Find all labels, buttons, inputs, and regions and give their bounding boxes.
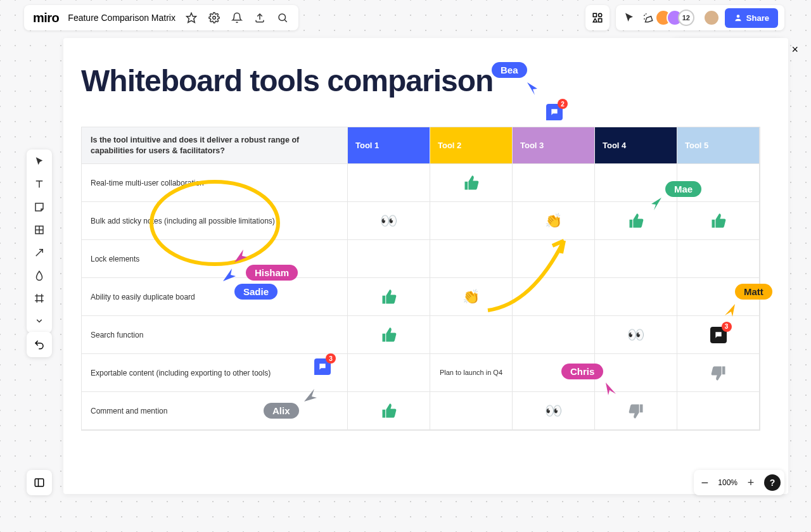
col-header-tool1: Tool 1 [348,127,430,163]
present-cluster: 12 Share [616,5,784,30]
left-toolbar [27,149,52,333]
svg-line-4 [284,20,286,22]
top-toolbar: miro Feature Comparison Matrix [24,5,298,30]
svg-marker-7 [593,19,597,22]
matrix-question: Is the tool intuitive and does it delive… [82,127,348,163]
zoom-in-button[interactable]: + [744,476,758,490]
row-label: Search function [82,316,348,353]
comment-icon[interactable]: 3 [314,358,331,375]
eyes-icon: 👀 [380,213,397,229]
undo-button[interactable] [27,332,52,357]
close-icon[interactable]: × [791,43,798,56]
thumbs-down-icon [627,402,645,420]
export-icon[interactable] [253,11,267,25]
comment-icon[interactable]: 3 [710,327,727,343]
svg-point-3 [279,14,286,21]
search-icon[interactable] [276,11,290,25]
cursor-tag-alix: Alix [264,403,299,419]
thumbs-up-icon [380,326,398,344]
frame-tool-icon[interactable] [32,291,46,305]
board-title: Whiteboard tools comparison [81,63,493,98]
row-label: Bulk add sticky notes (including all pos… [82,202,348,239]
sticky-tool-icon[interactable] [32,200,46,214]
comment-count-badge: 3 [722,322,732,332]
zoom-level[interactable]: 100% [718,478,738,487]
bell-icon[interactable] [230,11,244,25]
col-header-tool2: Tool 2 [430,127,513,163]
eyes-icon: 👀 [627,327,644,343]
col-header-tool5: Tool 5 [677,127,760,163]
cursor-icon[interactable] [622,11,636,25]
settings-icon[interactable] [207,11,221,25]
row-label: Lock elements [82,240,348,277]
svg-rect-5 [593,13,596,16]
thumbs-up-icon [380,288,398,306]
cursor-tag-mae: Mae [665,181,701,197]
row-label: Comment and mention [82,392,348,429]
arrow-tool-icon[interactable] [32,246,46,260]
col-header-tool3: Tool 3 [513,127,595,163]
cursor-tag-bea: Bea [492,62,527,78]
thumbs-up-icon [463,174,480,192]
logo: miro [33,11,59,25]
svg-rect-22 [35,479,44,486]
thumbs-down-icon [710,364,727,382]
svg-point-1 [213,16,216,20]
cursor-tag-chris: Chris [561,364,603,379]
thumbs-up-icon [380,402,398,420]
share-button[interactable]: Share [725,8,778,28]
collaborator-avatars[interactable]: 12 [660,10,694,26]
svg-point-9 [737,15,740,18]
zoom-out-button[interactable]: − [698,476,712,490]
comment-count-badge: 3 [326,353,336,364]
row-label: Real-time multi-user collaboration [82,164,348,201]
reactions-icon[interactable] [641,11,655,25]
avatar-count: 12 [678,10,694,26]
cell-text: Plan to launch in Q4 [440,368,502,377]
more-tools-icon[interactable] [32,314,46,328]
row-label: Exportable content (including exporting … [82,354,348,391]
share-label: Share [746,13,769,23]
zoom-controls: − 100% + ? [694,470,784,495]
help-button[interactable]: ? [764,474,781,491]
apps-button[interactable] [585,5,610,30]
col-header-tool4: Tool 4 [595,127,677,163]
comparison-matrix[interactable]: Is the tool intuitive and does it delive… [81,127,760,431]
star-icon[interactable] [184,11,198,25]
panel-toggle-button[interactable] [27,470,52,495]
cursor-tag-sadie: Sadie [234,284,278,300]
svg-line-16 [36,250,43,256]
comment-count-badge: 2 [558,99,568,109]
comment-icon[interactable]: 2 [546,104,563,120]
text-tool-icon[interactable] [32,177,46,191]
select-tool-icon[interactable] [32,155,46,168]
pen-tool-icon[interactable] [32,269,46,282]
user-avatar[interactable] [703,10,720,26]
thumbs-up-icon [710,212,727,230]
svg-rect-8 [598,19,601,22]
table-tool-icon[interactable] [32,223,46,237]
svg-point-6 [598,13,601,16]
top-right-cluster: 12 Share [585,5,784,30]
eyes-icon: 👀 [545,403,562,419]
cursor-tag-hisham: Hisham [246,265,298,281]
thumbs-up-icon [627,212,645,230]
svg-marker-0 [186,13,196,23]
row-label: Ability to easily duplicate board [82,278,348,315]
board-name[interactable]: Feature Comparison Matrix [68,13,176,23]
cursor-tag-matt: Matt [735,284,772,300]
clap-icon: 👏 [545,213,562,229]
clap-icon: 👏 [463,289,480,305]
